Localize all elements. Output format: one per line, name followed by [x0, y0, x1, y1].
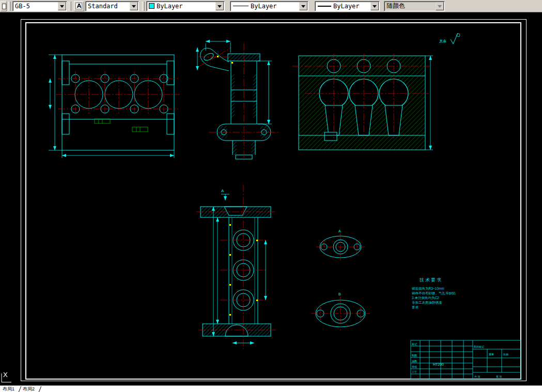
linetype-control-combo[interactable]: ByLayer [230, 1, 308, 11]
tech-requirements: 技术要求 铸造圆角为R3~10mm 铸件不得有砂眼、气孔等缺陷 3.未注倒角均为… [411, 277, 456, 309]
color-swatch-icon [149, 3, 154, 9]
toolbar-partial-icon[interactable] [1, 1, 7, 11]
dimensions-top-section [425, 56, 433, 150]
title-block-material: HT200 [433, 363, 444, 366]
section-label-a-top: A [221, 189, 224, 193]
dim-style-value: GB-5 [13, 3, 58, 10]
plot-style-combo: 随颜色 [384, 1, 445, 11]
dim-style-dropdown-arrow[interactable] [58, 2, 66, 10]
tech-req-line: 铸造圆角为R3~10mm [411, 287, 444, 291]
lineweight-control-combo[interactable]: ByLayer [315, 1, 380, 11]
lineweight-dropdown-arrow[interactable] [370, 2, 379, 10]
title-block-cell: 审核 [412, 365, 417, 368]
layout-tab-bar: 布局1 布局2 [0, 385, 542, 392]
plot-style-value: 随颜色 [384, 2, 436, 10]
title-block-sheets: 共 张 [474, 375, 480, 379]
lineweight-sample-icon [318, 6, 331, 7]
tech-requirements-title: 技术要求 [419, 277, 442, 283]
tech-req-line: 非加工表面涂防锈漆 [412, 301, 442, 305]
toolbar-grip[interactable] [69, 2, 71, 11]
title-block-sheetno: 第 张 [496, 375, 502, 379]
text-style-icon[interactable]: A [74, 1, 84, 11]
title-block-cell: 制图 [412, 354, 417, 357]
text-style-value: Standard [86, 3, 130, 10]
toolbar-grip[interactable] [142, 2, 145, 11]
tab-layout2[interactable]: 布局2 [20, 386, 37, 392]
flange-b-label: B [338, 292, 341, 296]
title-block-stage: 阶段标记 [474, 345, 484, 349]
lineweight-control-value: ByLayer [331, 3, 370, 10]
color-dropdown-arrow[interactable] [215, 2, 224, 10]
title-block-scale: 比例 [503, 353, 508, 356]
ucs-icon: X [2, 371, 11, 382]
linetype-sample-icon [233, 6, 249, 6]
color-control-value: ByLayer [154, 3, 215, 10]
toolbar-grip[interactable] [8, 2, 11, 11]
view-flange-a: A [316, 229, 365, 260]
view-flange-b: B [311, 292, 370, 331]
linetype-dropdown-arrow[interactable] [299, 2, 307, 10]
plot-style-dropdown-arrow [436, 2, 444, 10]
dim-style-combo[interactable]: GB-5 [12, 1, 67, 11]
tolerance-frames [95, 119, 148, 132]
view-vertical-section: A [196, 185, 276, 349]
sheet-frame [21, 19, 526, 381]
title-block-cell: 工艺 [412, 370, 417, 373]
object-properties-toolbar: GB-5 A Standard ByLayer ByLayer ByLayer … [0, 0, 542, 12]
tech-req-line: 要求 [412, 305, 419, 309]
title-block-cell: 描图 [412, 359, 417, 363]
tech-req-line: 3.未注倒角均为C2 [412, 296, 439, 300]
text-style-combo[interactable]: Standard [85, 1, 139, 11]
title-block-weight: 重量 [489, 353, 494, 356]
view-top-section [292, 54, 433, 150]
text-style-dropdown-arrow[interactable] [130, 2, 138, 10]
surface-note-text: 其余 [439, 39, 446, 43]
view-front [49, 55, 180, 158]
title-block: 标记 制图 描图 审核 工艺 阶段标记 重量 比例 共 张 第 张 HT200 [411, 340, 521, 379]
title-block-cell: 标记 [411, 342, 417, 346]
linetype-control-value: ByLayer [249, 3, 299, 10]
centerlines-front [56, 71, 180, 116]
view-side-section [197, 41, 279, 162]
flange-a-label: A [338, 229, 341, 233]
tab-layout1[interactable]: 布局1 [0, 386, 17, 392]
ucs-label: X [3, 371, 8, 379]
drawing-canvas[interactable]: A A B [0, 12, 542, 385]
surface-finish-note: 其余 [439, 33, 460, 44]
color-control-combo[interactable]: ByLayer [146, 1, 225, 11]
tech-req-line: 铸件不得有砂眼、气孔等缺陷 [411, 291, 456, 295]
